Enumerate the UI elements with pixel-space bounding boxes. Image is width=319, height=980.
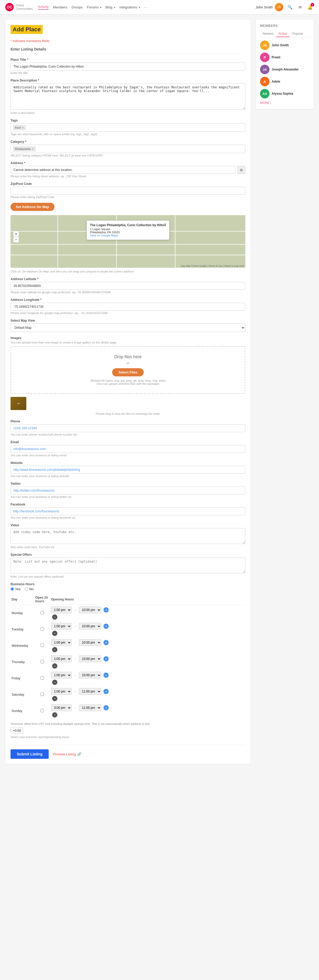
hours-open24-checkbox[interactable] [40, 676, 44, 679]
hours-remove-row-btn[interactable]: − [52, 712, 57, 718]
phone-input[interactable] [11, 424, 245, 432]
hours-open24-checkbox[interactable] [40, 627, 44, 631]
hours-add-row-btn[interactable]: + [104, 705, 109, 710]
hours-from-select[interactable]: 1:00 pm [51, 688, 72, 695]
member-name[interactable]: Adele [272, 80, 280, 83]
map-popup-close[interactable]: ✕ [164, 222, 167, 226]
set-address-map-button[interactable]: Set Address On Map [11, 203, 54, 211]
special-offers-textarea[interactable] [11, 558, 245, 573]
hours-yes-label[interactable]: Yes [11, 587, 21, 591]
hours-open24-cell[interactable] [34, 686, 50, 703]
latitude-input[interactable] [11, 282, 245, 290]
hours-add-row-btn[interactable]: + [104, 624, 109, 629]
messages-icon[interactable]: ✉ [297, 3, 304, 11]
preview-listing-link[interactable]: Preview Listing 🔗 [53, 752, 81, 756]
hours-yes-radio[interactable] [11, 587, 14, 591]
nav-blog[interactable]: Blog ▾ [105, 5, 115, 9]
hours-open24-checkbox[interactable] [40, 644, 44, 647]
hours-to-select[interactable]: 10:00 pm [79, 639, 101, 646]
nav-forums[interactable]: Forums ▾ [87, 5, 101, 9]
member-name[interactable]: Joseph Alexander [272, 68, 299, 71]
hours-remove-row-btn[interactable]: − [52, 647, 57, 652]
hours-remove-row-btn[interactable]: − [52, 614, 57, 620]
tag-remove-food[interactable]: ✕ [22, 126, 24, 129]
member-name[interactable]: Alyssa Sophia [272, 92, 293, 95]
hours-open24-cell[interactable] [34, 605, 50, 622]
map-view-select[interactable]: Default Map [11, 323, 245, 332]
sidebar-tab-popular[interactable]: Popular [290, 31, 306, 37]
hours-to-select[interactable]: 10:00 pm [79, 672, 101, 679]
hours-open24-checkbox[interactable] [40, 660, 44, 663]
hours-remove-row-btn[interactable]: − [52, 679, 57, 685]
nav-activity[interactable]: Activity [38, 5, 49, 10]
tags-box[interactable]: food ✕ [11, 123, 245, 132]
hours-open24-cell[interactable] [34, 670, 50, 686]
user-menu[interactable]: John Smith JS [255, 3, 283, 11]
category-remove[interactable]: ✕ [32, 148, 34, 150]
video-textarea[interactable] [11, 528, 245, 544]
hours-from-select[interactable]: 1:00 pm [51, 623, 72, 630]
locate-btn[interactable]: ⊕ [238, 166, 245, 174]
hours-open24-checkbox[interactable] [40, 611, 44, 614]
member-name[interactable]: Preeti [272, 56, 280, 59]
submit-listing-button[interactable]: Submit Listing [11, 749, 49, 759]
nav-integrations[interactable]: Integrations ▾ [120, 5, 140, 9]
hours-from-select[interactable]: 1:00 pm [51, 639, 72, 646]
hours-to-select[interactable]: 10:00 pm [79, 606, 101, 613]
hours-from-select[interactable]: 3:00 pm [51, 704, 72, 711]
hours-to-select[interactable]: 11:00 pm [79, 688, 101, 695]
email-input[interactable] [11, 445, 245, 453]
search-icon[interactable]: 🔍 [286, 3, 294, 11]
hours-to-select[interactable]: 11:00 pm [79, 704, 101, 711]
website-input[interactable] [11, 466, 245, 474]
hours-no-radio[interactable] [25, 587, 28, 591]
hours-add-row-btn[interactable]: + [104, 656, 109, 662]
hours-to-select[interactable]: 10:00 pm [79, 655, 101, 662]
member-avatar: A [260, 77, 270, 86]
dropzone[interactable]: Drop files here or Select Files Allowed … [11, 346, 245, 394]
twitter-group: Twitter You can enter your business or l… [11, 482, 245, 498]
nav-members[interactable]: Members [53, 5, 67, 9]
address-input[interactable] [11, 166, 235, 174]
hours-open24-cell[interactable] [34, 654, 50, 670]
sidebar-more-link[interactable]: MORE › [260, 101, 309, 105]
hours-from-select[interactable]: 1:00 pm [51, 606, 72, 613]
hours-add-row-btn[interactable]: + [104, 673, 109, 678]
nav-more[interactable]: ··· [144, 5, 147, 9]
hours-add-row-btn[interactable]: + [104, 689, 109, 694]
notifications-icon[interactable]: 🔔 1 [306, 3, 314, 11]
map-container: ✕ The Logan Philadelphia, Curio Collecti… [11, 215, 245, 268]
hours-no-label[interactable]: No [25, 587, 34, 591]
place-desc-textarea[interactable] [11, 83, 245, 110]
twitter-input[interactable] [11, 487, 245, 495]
sidebar-tab-newest[interactable]: Newest [260, 31, 276, 37]
hours-to-select[interactable]: 10:00 pm [79, 623, 101, 630]
hours-open24-checkbox[interactable] [40, 709, 44, 712]
map-popup-gmaps-link[interactable]: View on Google Maps [90, 234, 118, 237]
hours-remove-row-btn[interactable]: − [52, 663, 57, 668]
select-files-button[interactable]: Select Files [112, 368, 144, 376]
facebook-input[interactable] [11, 508, 245, 515]
place-title-input[interactable] [11, 63, 245, 70]
map-zoom-in[interactable]: + [13, 231, 19, 237]
map-zoom-out[interactable]: − [13, 237, 19, 242]
site-logo[interactable]: OC [5, 3, 14, 11]
hours-add-row-btn[interactable]: + [104, 640, 109, 645]
longitude-input[interactable] [11, 303, 245, 310]
sidebar-tab-active[interactable]: Active [276, 31, 290, 37]
hours-remove-row-btn[interactable]: − [52, 631, 57, 636]
website-label: Website [11, 461, 245, 465]
member-name[interactable]: John Smith [272, 43, 289, 47]
hours-open24-cell[interactable] [34, 638, 50, 654]
hours-from-select[interactable]: 1:00 pm [51, 655, 72, 662]
hours-open24-cell[interactable] [34, 703, 50, 719]
hours-from-select[interactable]: 1:00 pm [51, 672, 72, 679]
hours-add-row-btn[interactable]: + [104, 607, 109, 612]
hours-remove-row-btn[interactable]: − [52, 696, 57, 701]
hours-open24-checkbox[interactable] [40, 692, 44, 696]
nav-groups[interactable]: Groups [72, 5, 83, 9]
twitter-label: Twitter [11, 482, 245, 485]
zipcode-input[interactable] [11, 187, 245, 195]
hours-open24-cell[interactable] [34, 621, 50, 638]
category-box[interactable]: Restaurants ✕ [11, 145, 245, 153]
